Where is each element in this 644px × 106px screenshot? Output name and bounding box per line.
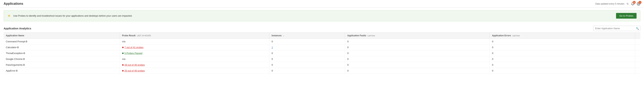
analytics-title: Application Analytics	[4, 27, 31, 30]
notification-wrapper-1: 11	[631, 2, 634, 6]
cell-app-faults: 0	[345, 62, 490, 68]
cell-app-errors: 0	[490, 62, 635, 68]
cell-actions	[635, 68, 640, 74]
cell-app-errors: 0	[490, 56, 635, 62]
cell-actions	[635, 50, 640, 56]
table-row: AppError-B25 out of 46 probes000	[4, 68, 640, 74]
probe-error-link[interactable]: 25 out of 46 probes	[124, 69, 145, 72]
banner-text: Use Probes to identify and troubleshoot …	[13, 14, 132, 17]
cell-probe-result: n/a	[120, 39, 269, 44]
cell-probe-result[interactable]: 7 out of 41 probes	[120, 44, 269, 50]
cell-actions	[635, 39, 640, 44]
header-right: Data updated every 5 minutes ↻ 11 1	[595, 2, 640, 6]
col-instances[interactable]: Instances ↓	[269, 33, 345, 39]
table-row: PassArguments-B28 out of 46 probes000	[4, 62, 640, 68]
analytics-header: Application Analytics 🔍	[0, 24, 644, 32]
table-header-row: Application Name Probe Result LAST 24 HO…	[4, 33, 640, 39]
table-row: Calculator-B7 out of 41 probes100	[4, 44, 640, 50]
cell-app-errors: 0	[490, 39, 635, 44]
cell-instances[interactable]: 1	[269, 44, 345, 50]
cell-app-errors: 0	[490, 44, 635, 50]
cell-probe-result[interactable]: 28 out of 46 probes	[120, 62, 269, 68]
cell-app-name: AppError-B	[4, 68, 120, 74]
cell-instances: 0	[269, 56, 345, 62]
cell-probe-result[interactable]: 25 out of 46 probes	[120, 68, 269, 74]
cell-actions	[635, 44, 640, 50]
probe-error-link[interactable]: 28 out of 46 probes	[124, 64, 145, 66]
instances-link[interactable]: 1	[272, 46, 273, 49]
cell-instances: 0	[269, 39, 345, 44]
notification-badge-1: 11	[633, 1, 636, 4]
col-app-faults: Application Faults Last hour	[345, 33, 490, 39]
cell-instances: 0	[269, 62, 345, 68]
col-actions	[635, 33, 640, 39]
cell-app-name: PassArguments-B	[4, 62, 120, 68]
probe-error-dot	[122, 47, 124, 48]
cell-probe-result: n/a	[120, 56, 269, 62]
data-updated-text: Data updated every 5 minutes	[595, 3, 624, 5]
cell-app-name: Calculator-B	[4, 44, 120, 50]
search-wrapper: 🔍	[593, 26, 640, 31]
probe-error-dot	[122, 64, 124, 66]
table-row: Google Chrome-Bn/a000	[4, 56, 640, 62]
table-container: Application Name Probe Result LAST 24 HO…	[0, 32, 644, 74]
cell-app-faults: 0	[345, 56, 490, 62]
col-app-errors: Application Errors Last hour	[490, 33, 635, 39]
page-header: Applications Data updated every 5 minute…	[0, 0, 644, 8]
cell-actions	[635, 62, 640, 68]
cell-app-name: Google Chrome-B	[4, 56, 120, 62]
probes-banner: ☀ Use Probes to identify and troubleshoo…	[4, 10, 640, 21]
cell-actions	[635, 56, 640, 62]
table-row: Command Prompt-Bn/a000	[4, 39, 640, 44]
search-input[interactable]	[593, 26, 640, 31]
notification-badge-2: 1	[638, 1, 642, 4]
refresh-icon[interactable]: ↻	[626, 2, 629, 5]
cell-probe-result[interactable]: 5 Probes Passed	[120, 50, 269, 56]
probe-success-dot	[122, 52, 124, 54]
cell-app-errors: 0	[490, 68, 635, 74]
cell-app-errors: 0	[490, 50, 635, 56]
banner-left: ☀ Use Probes to identify and troubleshoo…	[8, 14, 132, 18]
cell-app-name: Command Prompt-B	[4, 39, 120, 44]
go-to-probes-button[interactable]: Go to Probes	[616, 13, 636, 19]
banner-sun-icon: ☀	[8, 14, 11, 18]
cell-app-faults: 0	[345, 44, 490, 50]
col-probe-result: Probe Result LAST 24 HOURS	[120, 33, 269, 39]
col-app-name: Application Name	[4, 33, 120, 39]
notification-wrapper-2: 1	[637, 2, 640, 6]
cell-instances: 0	[269, 68, 345, 74]
cell-app-faults: 0	[345, 50, 490, 56]
cell-app-faults: 0	[345, 68, 490, 74]
cell-app-faults: 0	[345, 39, 490, 44]
sort-icon-instances: ↓	[283, 34, 284, 37]
page-title: Applications	[4, 2, 23, 6]
probe-error-dot	[122, 70, 124, 72]
applications-table: Application Name Probe Result LAST 24 HO…	[4, 32, 640, 74]
probe-success-link[interactable]: 5 Probes Passed	[124, 52, 142, 55]
table-row: ThrowException-B5 Probes Passed000	[4, 50, 640, 56]
probe-error-link[interactable]: 7 out of 41 probes	[124, 46, 144, 49]
cell-instances: 0	[269, 50, 345, 56]
cell-app-name: ThrowException-B	[4, 50, 120, 56]
